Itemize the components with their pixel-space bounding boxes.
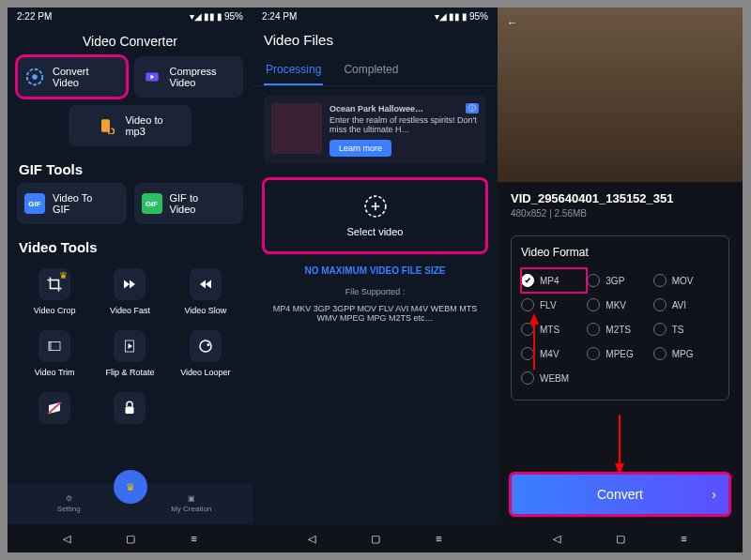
format-radio-3gp[interactable]: 3GP — [587, 268, 652, 293]
nav-setting[interactable]: ⚙ Setting — [8, 483, 130, 524]
video-crop-label: Video Crop — [34, 306, 76, 315]
gif-to-video-tile[interactable]: GIF GIF to Video — [134, 183, 244, 224]
bottom-nav: ⚙ Setting ♛ ▣ My Creation — [8, 483, 253, 524]
format-radio-ts[interactable]: TS — [653, 317, 719, 341]
recent-btn[interactable]: ≡ — [681, 533, 686, 544]
format-radio-mp4[interactable]: MP4 — [521, 268, 587, 293]
format-label: M4V — [540, 349, 559, 359]
nav-creation[interactable]: ▣ My Creation — [130, 483, 253, 524]
recent-btn[interactable]: ≡ — [191, 533, 196, 544]
back-btn[interactable]: ◁ — [308, 533, 315, 545]
radio-circle-icon — [587, 298, 600, 311]
select-video-label: Select video — [347, 226, 404, 237]
flip-rotate-item[interactable]: Flip & Rotate — [92, 323, 167, 385]
battery-icon: ▮ — [217, 11, 222, 22]
format-label: MP4 — [540, 276, 559, 286]
format-radio-m4v[interactable]: M4V — [521, 341, 587, 366]
radio-circle-icon — [521, 347, 534, 360]
folder-icon: ▣ — [188, 494, 195, 503]
gear-icon: ⚙ — [66, 494, 72, 503]
ad-title: Ocean Park Hallowee… — [330, 104, 423, 114]
nav-fab[interactable]: ♛ — [114, 470, 147, 504]
radio-circle-icon — [653, 274, 667, 287]
format-radio-mov[interactable]: MOV — [653, 268, 719, 293]
recent-btn[interactable]: ≡ — [436, 533, 441, 544]
video-icon: GIF — [142, 193, 162, 214]
radio-circle-icon — [587, 347, 600, 360]
tab-processing[interactable]: Processing — [264, 55, 323, 85]
video-slow-label: Video Slow — [184, 306, 226, 315]
battery-icon: ▮ — [462, 11, 467, 22]
radio-circle-icon — [521, 371, 534, 385]
back-btn[interactable]: ◁ — [63, 533, 70, 545]
format-label: MPG — [672, 349, 694, 359]
convert-button[interactable]: Convert › — [511, 474, 729, 515]
supported-formats: MP4 MKV 3GP 3GPP MOV FLV AVI M4V WEBM MT… — [253, 300, 498, 326]
radio-circle-icon — [653, 298, 667, 311]
lock-icon — [114, 392, 146, 424]
gif-tile-row: GIF Video To GIF GIF GIF to Video — [8, 183, 253, 232]
video-fast-item[interactable]: Video Fast — [92, 261, 167, 323]
select-video-button[interactable]: Select video — [264, 179, 486, 252]
plus-circle-icon — [363, 194, 388, 220]
convert-video-tile[interactable]: Convert Video — [17, 56, 127, 98]
back-arrow-icon[interactable]: ← — [507, 17, 517, 28]
battery-pct: 95% — [224, 11, 243, 22]
home-btn[interactable]: ▢ — [616, 533, 625, 545]
status-bar: 2:22 PM ▾◢ ▮▮ ▮ 95% — [8, 8, 253, 24]
video-looper-item[interactable]: Video Looper — [168, 323, 243, 385]
page-title: Video Files — [253, 24, 498, 55]
format-radio-mpeg[interactable]: MPEG — [587, 341, 652, 366]
home-btn[interactable]: ▢ — [126, 533, 135, 545]
ad-learn-more-button[interactable]: Learn more — [330, 140, 391, 157]
radio-circle-icon — [587, 323, 600, 336]
status-right: ▾◢ ▮▮ ▮ 95% — [435, 11, 488, 22]
crop-icon: ♛ — [38, 268, 70, 300]
video-tools-row-1: ♛ Video Crop Video Fast Video Slow — [8, 261, 253, 323]
tab-completed[interactable]: Completed — [342, 55, 400, 85]
convert-video-label: Convert Video — [53, 66, 89, 88]
format-box: Video Format MP43GPMOVFLVMKVAVIMTSM2TSTS… — [511, 235, 729, 401]
format-radio-m2ts[interactable]: M2TS — [587, 317, 652, 341]
format-radio-webm[interactable]: WEBM — [521, 366, 587, 390]
video-tools-title: Video Tools — [8, 232, 253, 261]
ad-card[interactable]: Ocean Park Hallowee… ⓘ Enter the realm o… — [264, 96, 486, 164]
video-tools-row-2: Video Trim Flip & Rotate Video Looper — [8, 323, 253, 385]
format-radio-mkv[interactable]: MKV — [587, 293, 652, 317]
format-label: AVI — [672, 300, 686, 310]
format-label: M2TS — [605, 325, 631, 335]
phone-screen-3: ← VID_295640401_135152_351 480x852 | 2.5… — [498, 8, 743, 552]
main-tile-row: Convert Video Compress Video — [8, 56, 253, 105]
video-slow-item[interactable]: Video Slow — [168, 261, 243, 323]
android-nav: ◁ ▢ ≡ — [8, 524, 253, 552]
ad-desc: Enter the realm of restless spirits! Don… — [330, 115, 479, 134]
flip-rotate-label: Flip & Rotate — [105, 368, 154, 377]
format-label: FLV — [540, 300, 557, 310]
format-label: MOV — [672, 276, 694, 286]
signal-icon: ▮▮ — [204, 11, 215, 22]
status-right: ▾◢ ▮▮ ▮ 95% — [190, 11, 243, 22]
video-extra-1[interactable] — [17, 385, 92, 431]
back-btn[interactable]: ◁ — [553, 533, 560, 545]
format-label: 3GP — [605, 276, 624, 286]
video-crop-item[interactable]: ♛ Video Crop — [17, 261, 92, 323]
format-radio-flv[interactable]: FLV — [521, 293, 587, 317]
format-radio-avi[interactable]: AVI — [653, 293, 719, 317]
gif-tools-title: GIF Tools — [8, 154, 253, 183]
status-time: 2:24 PM — [262, 11, 297, 22]
wifi-icon: ▾◢ — [190, 11, 202, 22]
format-radio-mpg[interactable]: MPG — [653, 341, 719, 366]
video-preview: ← — [498, 8, 743, 182]
home-btn[interactable]: ▢ — [371, 533, 380, 545]
svg-point-7 — [200, 341, 211, 352]
video-to-mp3-tile[interactable]: Video to mp3 — [69, 105, 191, 146]
nav-creation-label: My Creation — [171, 505, 211, 513]
format-radio-mts[interactable]: MTS — [521, 317, 587, 341]
ad-image — [271, 103, 322, 154]
video-looper-label: Video Looper — [180, 368, 230, 377]
app-title: Video Converter — [8, 24, 253, 56]
video-to-gif-tile[interactable]: GIF Video To GIF — [17, 183, 127, 224]
compress-video-tile[interactable]: Compress Video — [134, 56, 244, 98]
video-trim-item[interactable]: Video Trim — [17, 323, 92, 385]
video-extra-2[interactable] — [92, 385, 167, 431]
